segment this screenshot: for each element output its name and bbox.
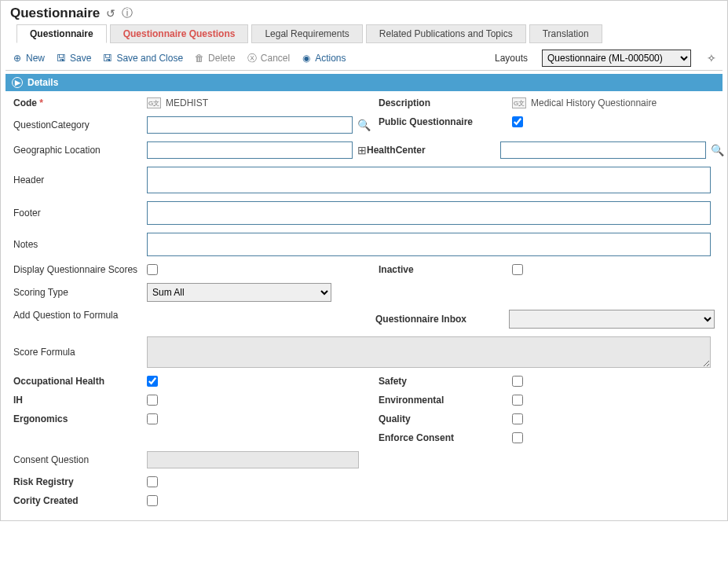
enforce-consent-checkbox[interactable] <box>512 432 523 443</box>
cority-created-checkbox[interactable] <box>147 495 158 506</box>
question-category-input[interactable] <box>147 116 353 134</box>
cancel-button[interactable]: ⓧ Cancel <box>247 53 290 64</box>
health-center-input[interactable] <box>500 141 706 159</box>
save-button[interactable]: 🖫 Save <box>56 53 91 64</box>
details-title: Details <box>27 77 58 88</box>
risk-registry-label: Risk Registry <box>13 476 147 487</box>
question-category-label: QuestionCategory <box>13 119 147 130</box>
info-icon[interactable]: ⓘ <box>122 6 133 20</box>
occ-health-label: Occupational Health <box>13 376 147 387</box>
quality-label: Quality <box>379 413 512 424</box>
save-icon: 🖫 <box>56 53 67 64</box>
page-title: Questionnaire <box>10 6 100 21</box>
search-icon[interactable]: 🔍 <box>357 119 371 131</box>
hierarchy-icon[interactable]: ⊞ <box>357 144 367 156</box>
ih-label: IH <box>13 395 147 406</box>
header-input[interactable] <box>147 167 711 193</box>
collapse-icon: ▶ <box>12 77 23 88</box>
delete-button[interactable]: 🗑 Delete <box>194 53 236 64</box>
code-value: MEDHIST <box>166 97 208 108</box>
footer-input[interactable] <box>147 201 711 225</box>
save-label: Save <box>70 53 91 64</box>
translate-icon[interactable]: G文 <box>147 97 161 108</box>
consent-question-label: Consent Question <box>13 454 147 465</box>
notes-input[interactable] <box>147 233 711 256</box>
actions-label: Actions <box>315 53 346 64</box>
display-scores-label: Display Questionnaire Scores <box>13 264 147 275</box>
save-close-icon: 🖫 <box>102 53 113 64</box>
geographic-location-input[interactable] <box>147 141 353 159</box>
environmental-label: Environmental <box>379 395 512 406</box>
health-center-label: HealthCenter <box>367 145 500 156</box>
safety-checkbox[interactable] <box>512 376 523 387</box>
safety-label: Safety <box>379 376 512 387</box>
score-formula-label: Score Formula <box>13 347 147 358</box>
play-icon: ◉ <box>301 53 312 64</box>
tab-translation[interactable]: Translation <box>529 24 602 43</box>
display-scores-checkbox[interactable] <box>147 264 158 275</box>
ergonomics-checkbox[interactable] <box>147 413 158 424</box>
description-value: Medical History Questionnaire <box>531 97 657 108</box>
toolbar: ⊕ New 🖫 Save 🖫 Save and Close 🗑 Delete ⓧ… <box>5 46 723 71</box>
notes-label: Notes <box>13 239 147 250</box>
environmental-checkbox[interactable] <box>512 395 523 406</box>
consent-question-input <box>147 451 359 468</box>
public-questionnaire-checkbox[interactable] <box>512 116 523 127</box>
save-close-button[interactable]: 🖫 Save and Close <box>102 53 183 64</box>
public-questionnaire-label: Public Questionnaire <box>379 116 512 127</box>
geographic-location-label: Geographic Location <box>13 145 147 156</box>
save-close-label: Save and Close <box>116 53 183 64</box>
inactive-checkbox[interactable] <box>512 264 523 275</box>
inactive-label: Inactive <box>379 264 512 275</box>
ih-checkbox[interactable] <box>147 395 158 406</box>
footer-label: Footer <box>13 208 147 219</box>
layouts-select[interactable]: Questionnaire (ML-000500) <box>542 50 691 67</box>
tab-legal-requirements[interactable]: Legal Requirements <box>251 24 362 43</box>
tab-related-publications[interactable]: Related Publications and Topics <box>366 24 526 43</box>
scoring-type-select[interactable]: Sum All <box>147 283 331 302</box>
cancel-label: Cancel <box>261 53 290 64</box>
questionnaire-inbox-label: Questionnaire Inbox <box>375 314 509 325</box>
header-label: Header <box>13 174 147 185</box>
cority-created-label: Cority Created <box>13 495 147 506</box>
new-button[interactable]: ⊕ New <box>12 53 45 64</box>
quality-checkbox[interactable] <box>512 413 523 424</box>
risk-registry-checkbox[interactable] <box>147 476 158 487</box>
restore-icon[interactable]: ✧ <box>707 52 716 64</box>
actions-button[interactable]: ◉ Actions <box>301 53 346 64</box>
tabs: Questionnaire Questionnaire Questions Le… <box>16 24 723 43</box>
details-header[interactable]: ▶ Details <box>5 74 723 91</box>
search-icon[interactable]: 🔍 <box>711 144 724 156</box>
tab-questionnaire[interactable]: Questionnaire <box>16 24 107 43</box>
delete-label: Delete <box>208 53 236 64</box>
refresh-icon[interactable]: ↺ <box>106 7 115 20</box>
scoring-type-label: Scoring Type <box>13 287 147 298</box>
occ-health-checkbox[interactable] <box>147 376 158 387</box>
ergonomics-label: Ergonomics <box>13 413 147 424</box>
layouts-label: Layouts <box>495 53 528 64</box>
description-label: Description <box>379 97 512 108</box>
translate-icon[interactable]: G文 <box>512 97 526 108</box>
add-formula-label: Add Question to Formula <box>13 310 147 321</box>
trash-icon: 🗑 <box>194 53 205 64</box>
plus-icon: ⊕ <box>12 53 23 64</box>
enforce-consent-label: Enforce Consent <box>379 432 512 443</box>
new-label: New <box>26 53 45 64</box>
cancel-icon: ⓧ <box>247 53 258 64</box>
code-label: Code * <box>13 97 147 108</box>
tab-questionnaire-questions[interactable]: Questionnaire Questions <box>110 24 249 43</box>
score-formula-input <box>147 336 711 368</box>
questionnaire-inbox-select[interactable] <box>509 310 715 329</box>
